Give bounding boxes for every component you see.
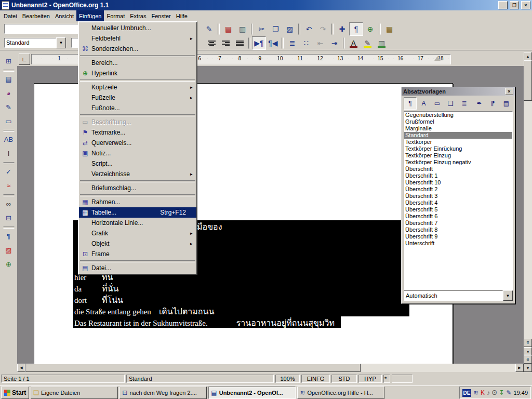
scroll-right-button[interactable]: ▶ <box>515 364 524 372</box>
hyperlink-mode-indicator[interactable]: HYP <box>358 375 382 383</box>
menu-item-notiz[interactable]: ▣ Notiz... <box>79 148 196 158</box>
numbered-list-button[interactable]: ≣ <box>285 36 299 50</box>
menubar-item[interactable]: Datei <box>1 10 20 21</box>
selected-last-line[interactable]: Das Restaurant ist in der Sukhumvitstraß… <box>73 316 341 328</box>
menubar-item[interactable]: Ansicht <box>52 10 76 21</box>
close-icon[interactable]: × <box>505 88 513 95</box>
next-page-button[interactable]: ⇊ <box>524 355 532 364</box>
scroll-left-button[interactable]: ◀ <box>17 364 25 372</box>
frame-styles-button[interactable]: ▭ <box>431 97 444 110</box>
paragraph-style-combo[interactable]: Standard ▼ <box>4 38 66 48</box>
horizontal-scrollbar[interactable]: ◀ ▶ <box>17 364 524 372</box>
highlighting-button[interactable]: ✎ <box>361 36 375 50</box>
task-eigene-dateien[interactable]: ❏ Eigene Dateien <box>31 387 118 399</box>
fill-format-button[interactable]: ✒ <box>473 97 486 110</box>
rtl-paragraph-button[interactable]: ¶◀ <box>266 36 280 50</box>
menu-item-manueller-umbruch[interactable]: Manueller Umbruch... <box>79 23 196 33</box>
online-layout-button[interactable]: ⊕ <box>2 257 16 271</box>
style-list-item[interactable]: Textkörper Einrückung <box>404 145 512 152</box>
menu-item-kopfzeile[interactable]: Kopfzeile ▸ <box>79 82 196 92</box>
menu-item-grafik[interactable]: Grafik ▸ <box>79 228 196 238</box>
menu-item-hyperlink[interactable]: ⊕ Hyperlink <box>79 68 196 78</box>
horizontal-scroll-thumb[interactable] <box>25 364 361 372</box>
redo-button[interactable]: ↷ <box>316 22 330 36</box>
autotext-button[interactable]: AB <box>2 132 16 146</box>
menu-item-verzeichnisse[interactable]: Verzeichnisse ▸ <box>79 169 196 179</box>
paragraph-styles-button[interactable]: ¶ <box>404 97 417 110</box>
update-style-button[interactable]: ▤ <box>500 97 513 110</box>
pen-tool-icon[interactable]: ✎ <box>506 390 511 396</box>
insert-table-button[interactable]: ⊞ <box>2 54 16 68</box>
menu-item-rahmen[interactable]: ▦ Rahmen... <box>79 197 196 207</box>
insert-object-button[interactable]: ◕ <box>2 86 16 100</box>
scroll-down-button[interactable]: ▼ <box>524 364 532 372</box>
page-indicator[interactable]: Seite 1 / 1 <box>1 375 125 383</box>
menubar-item[interactable]: Extras <box>127 10 149 21</box>
navigator-button[interactable]: ✚ <box>335 22 349 36</box>
menubar-item[interactable]: Hilfe <box>174 10 190 21</box>
character-styles-button[interactable]: A <box>417 97 430 110</box>
style-list-item[interactable]: Überschrift 3 <box>404 193 512 200</box>
ltr-paragraph-button[interactable]: ▶¶ <box>252 36 266 50</box>
language-indicator[interactable]: DE <box>462 389 471 397</box>
menu-item-feldbefehl[interactable]: Feldbefehl ▸ <box>79 33 196 44</box>
url-field[interactable] <box>4 24 79 34</box>
chevron-down-icon[interactable]: ▼ <box>56 37 66 48</box>
style-list-item[interactable]: Überschrift 6 <box>404 213 512 220</box>
task-openoffice-hilfe[interactable]: ≋ OpenOffice.org Hilfe - H... <box>297 387 384 399</box>
minimize-button[interactable]: _ <box>498 1 508 9</box>
vertical-scroll-thumb[interactable] <box>524 60 532 101</box>
menu-item-sonderzeichen[interactable]: ⌘ Sonderzeichen... <box>79 44 196 54</box>
align-center-button[interactable] <box>205 36 219 50</box>
usb-eject-icon[interactable]: ↧ <box>499 390 504 396</box>
menubar-item[interactable]: Fenster <box>149 10 173 21</box>
menu-item-bereich[interactable]: Bereich... <box>79 58 196 68</box>
export-pdf-button[interactable]: ▤ <box>221 22 235 36</box>
edit-file-button[interactable]: ✎ <box>202 22 216 36</box>
draw-functions-button[interactable]: ✎ <box>2 100 16 114</box>
align-right-button[interactable] <box>219 36 233 50</box>
style-list-item[interactable]: Gegenüberstellung <box>404 112 512 118</box>
cut-button[interactable]: ✂ <box>255 22 269 36</box>
paste-button[interactable]: ▨ <box>283 22 297 36</box>
increase-indent-button[interactable]: ⇥ <box>327 36 341 50</box>
nonprinting-chars-button[interactable]: ¶ <box>2 229 16 243</box>
close-button[interactable]: × <box>521 1 530 9</box>
navigation-button[interactable]: ● <box>524 347 532 355</box>
bullet-list-button[interactable]: ∷ <box>299 36 313 50</box>
menubar-item[interactable]: Format <box>104 10 127 21</box>
menu-item-tabelle[interactable]: ▦ Tabelle... Strg+F12 <box>79 207 196 218</box>
style-list-item[interactable]: Marginalie <box>404 125 512 132</box>
indent-marker[interactable] <box>434 56 441 61</box>
style-list-item[interactable]: Überschrift 2 <box>404 186 512 193</box>
style-list-item[interactable]: Standard <box>404 132 512 139</box>
undo-button[interactable]: ↶ <box>302 22 316 36</box>
insert-graphics-button[interactable]: ▦ <box>382 22 396 36</box>
scroll-up-button[interactable]: ▲ <box>524 52 532 60</box>
style-list-item[interactable]: Überschrift 10 <box>404 179 512 186</box>
modified-indicator[interactable]: * <box>383 375 390 383</box>
tab-type-button[interactable]: ∟ <box>19 54 30 65</box>
copy-button[interactable]: ❐ <box>269 22 283 36</box>
menu-item-frame[interactable]: ⊡ Frame <box>79 249 196 259</box>
stylist-button[interactable]: ¶ <box>349 22 363 36</box>
style-list-item[interactable]: Überschrift 9 <box>404 233 512 240</box>
quickstart-icon[interactable]: ≋ <box>473 390 478 396</box>
menu-item-horizontale-linie[interactable]: Horizontale Linie... <box>79 218 196 228</box>
antivirus-icon[interactable]: K <box>481 390 485 396</box>
find-button[interactable]: ∞ <box>2 197 16 210</box>
volume-icon[interactable]: ♪ <box>487 390 490 396</box>
style-list-item[interactable]: Überschrift 4 <box>404 200 512 206</box>
selection-mode-indicator[interactable]: STD <box>331 375 357 383</box>
page-styles-button[interactable]: ❑ <box>444 97 457 110</box>
menu-item-beschriftung[interactable]: ▭ Beschriftung... <box>79 117 196 127</box>
menu-item-datei[interactable]: ▤ Datei... <box>79 263 196 273</box>
chevron-down-icon[interactable]: ▼ <box>503 290 513 301</box>
align-justify-button[interactable] <box>233 36 247 50</box>
menu-item-script[interactable]: Script... <box>79 158 196 169</box>
task-unbenannt2-writer[interactable]: ▤ Unbenannt2 - OpenOf... <box>208 387 296 399</box>
style-list-item[interactable]: Grußformel <box>404 118 512 125</box>
graphics-toggle-button[interactable]: ▨ <box>2 243 16 257</box>
style-filter-combo[interactable]: Automatisch ▼ <box>404 290 513 301</box>
zoom-indicator[interactable]: 100% <box>275 375 300 383</box>
